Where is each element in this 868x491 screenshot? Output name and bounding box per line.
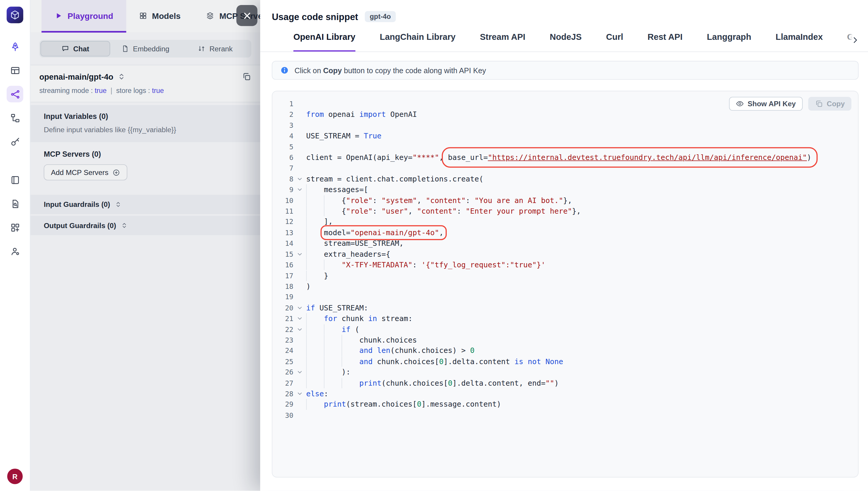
line-number: 25	[278, 356, 293, 367]
fold-gutter	[293, 238, 306, 249]
line-number: 11	[278, 206, 293, 216]
line-number: 15	[278, 249, 293, 259]
fold-chevron-icon[interactable]	[293, 173, 306, 184]
fold-gutter	[293, 292, 306, 302]
rail-item-doc-search[interactable]	[7, 195, 23, 212]
code-text: extra_headers={	[306, 249, 390, 259]
line-number: 24	[278, 346, 293, 356]
copy-label: Copy	[827, 100, 845, 108]
code-tab-openai-library[interactable]: OpenAI Library	[293, 32, 356, 52]
code-tab-rest-api[interactable]: Rest API	[647, 32, 682, 52]
code-text: ],	[306, 216, 333, 227]
code-tab-langchain-library[interactable]: LangChain Library	[380, 32, 455, 52]
code-line: 2from openai import OpenAI	[273, 109, 858, 120]
indent-guide	[306, 227, 324, 238]
highlight-base-url: base_url="https://internal.devtest.truef…	[448, 153, 811, 162]
code-actions: Show API Key Copy	[729, 97, 851, 111]
indent-guide	[324, 324, 342, 335]
indent-guide	[306, 260, 324, 270]
line-number: 27	[278, 378, 293, 388]
close-button[interactable]	[236, 5, 257, 26]
fold-gutter	[293, 281, 306, 291]
backdrop-overlay[interactable]	[30, 0, 290, 491]
line-number: 30	[278, 410, 293, 421]
rail-item-key[interactable]	[7, 134, 23, 150]
rail-item-gateway[interactable]	[7, 86, 23, 103]
fold-chevron-icon[interactable]	[293, 324, 306, 335]
code-language-tabs-wrap: OpenAI LibraryLangChain LibraryStream AP…	[260, 27, 868, 52]
indent-guide	[306, 378, 324, 388]
indent-guide	[324, 378, 342, 388]
fold-chevron-icon[interactable]	[293, 313, 306, 324]
code-line: 18)	[273, 281, 858, 291]
rail-item-apps[interactable]	[7, 219, 23, 236]
user-avatar[interactable]: R	[7, 469, 23, 484]
code-tab-nodejs[interactable]: NodeJS	[550, 32, 582, 52]
code-text: stream=USE_STREAM,	[306, 238, 403, 249]
code-line: 13model="openai-main/gpt-4o",	[273, 227, 858, 238]
fold-gutter	[293, 206, 306, 216]
code-line: 8stream = client.chat.completions.create…	[273, 173, 858, 184]
indent-guide	[306, 356, 324, 367]
indent-guide	[306, 346, 324, 356]
model-badge: gpt-4o	[365, 11, 396, 22]
fold-chevron-icon[interactable]	[293, 367, 306, 377]
fold-gutter	[293, 270, 306, 281]
line-number: 17	[278, 270, 293, 281]
rail-item-user-gear[interactable]	[7, 243, 23, 259]
code-line: 17}	[273, 270, 858, 281]
fold-chevron-icon[interactable]	[293, 302, 306, 313]
line-number: 19	[278, 292, 293, 302]
code-line: 27print(chunk.choices[0].delta.content, …	[273, 378, 858, 388]
line-number: 26	[278, 367, 293, 377]
rail-item-table[interactable]	[7, 62, 23, 79]
tabs-scroll-right-button[interactable]	[845, 31, 865, 49]
code-line: 6client = OpenAI(api_key="****", base_ur…	[273, 152, 858, 163]
indent-guide	[306, 367, 324, 377]
code-tab-stream-api[interactable]: Stream API	[480, 32, 525, 52]
code-tab-langgraph[interactable]: Langgraph	[707, 32, 751, 52]
chevron-down-icon	[297, 251, 303, 257]
code-tab-llamaindex[interactable]: LlamaIndex	[776, 32, 823, 52]
rail-item-frame[interactable]	[7, 171, 23, 188]
user-gear-icon	[10, 246, 20, 256]
code-language-tabs: OpenAI LibraryLangChain LibraryStream AP…	[260, 27, 868, 51]
fold-chevron-icon[interactable]	[293, 249, 306, 259]
line-number: 8	[278, 173, 293, 184]
indent-guide	[306, 324, 324, 335]
line-number: 13	[278, 227, 293, 238]
code-line: 4USE_STREAM = True	[273, 131, 858, 141]
code-line: 14stream=USE_STREAM,	[273, 238, 858, 249]
rail-item-rocket[interactable]	[7, 38, 23, 55]
line-number: 22	[278, 324, 293, 335]
code-line: 21for chunk in stream:	[273, 313, 858, 324]
truefoundry-logo[interactable]	[7, 7, 23, 23]
eye-icon	[735, 100, 744, 108]
fold-gutter	[293, 356, 306, 367]
show-api-key-button[interactable]: Show API Key	[729, 97, 803, 111]
copy-button[interactable]: Copy	[808, 97, 851, 111]
code-line: 28else:	[273, 388, 858, 399]
info-icon	[280, 66, 289, 75]
code-line: 16"X-TFY-METADATA": '{"tfy_log_request":…	[273, 260, 858, 270]
fold-gutter	[293, 152, 306, 163]
code-text: }	[306, 270, 328, 281]
indent-guide	[324, 346, 342, 356]
usage-code-drawer: Usage code snippet gpt-4o OpenAI Library…	[260, 0, 868, 491]
drawer-header: Usage code snippet gpt-4o	[260, 0, 868, 25]
line-number: 14	[278, 238, 293, 249]
highlight-model: model="openai-main/gpt-4o",	[324, 228, 444, 237]
code-text: )	[306, 281, 311, 291]
line-number: 6	[278, 152, 293, 163]
code-text: {"role": "system", "content": "You are a…	[306, 195, 572, 206]
rail-item-tree[interactable]	[7, 110, 23, 126]
fold-gutter	[293, 141, 306, 152]
fold-chevron-icon[interactable]	[293, 184, 306, 195]
code-line: 24and len(chunk.choices) > 0	[273, 346, 858, 356]
code-line: 19	[273, 292, 858, 302]
fold-chevron-icon[interactable]	[293, 388, 306, 399]
code-line: 25and chunk.choices[0].delta.content is …	[273, 356, 858, 367]
code-tab-curl[interactable]: Curl	[606, 32, 623, 52]
indent-guide	[306, 206, 324, 216]
fold-gutter	[293, 216, 306, 227]
